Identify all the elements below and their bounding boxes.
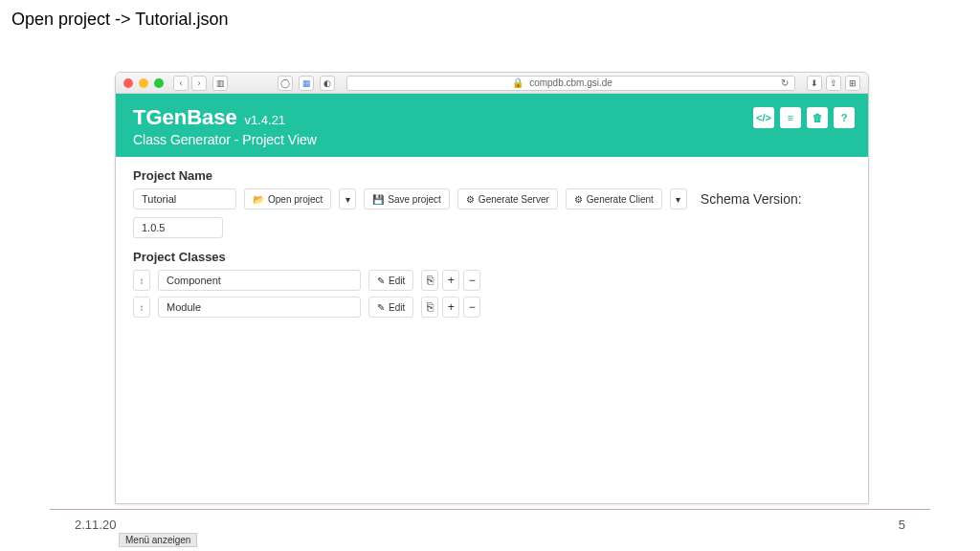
close-icon[interactable] [123, 78, 133, 88]
class-name-input[interactable]: Module [158, 297, 361, 318]
privacy-icon[interactable]: ▦ [299, 76, 314, 91]
app-content: Project Name Tutorial 📂Open project ▾ 💾S… [116, 157, 868, 335]
list-view-button[interactable]: ≡ [780, 107, 801, 128]
browser-window: ‹ › ▥ ◯ ▦ ◐ 🔒 compdb.cbm.gsi.de ↻ ⬇ ⇪ ⊞ … [115, 72, 869, 504]
project-name-input[interactable]: Tutorial [133, 188, 236, 209]
project-name-label: Project Name [133, 168, 851, 183]
footer-divider [50, 509, 930, 510]
app-title: TGenBase [133, 105, 237, 130]
reload-icon[interactable]: ↻ [781, 77, 789, 88]
open-project-dropdown[interactable]: ▾ [339, 188, 356, 209]
schema-version-input[interactable]: 1.0.5 [133, 217, 223, 238]
copy-class-button[interactable]: ⎘ [421, 270, 438, 291]
generate-client-dropdown[interactable]: ▾ [670, 188, 687, 209]
open-project-button[interactable]: 📂Open project [244, 188, 331, 209]
code-view-button[interactable]: </> [753, 107, 774, 128]
remove-class-button[interactable]: − [463, 270, 480, 291]
menu-show-button[interactable]: Menü anzeigen [119, 533, 197, 547]
url-text: compdb.cbm.gsi.de [529, 77, 612, 88]
drag-handle-icon[interactable]: ↕ [133, 297, 150, 318]
class-name-input[interactable]: Component [158, 270, 361, 291]
generate-client-button[interactable]: ⚙Generate Client [566, 188, 662, 209]
pencil-icon: ✎ [377, 302, 385, 313]
app-version: v1.4.21 [244, 113, 285, 127]
download-icon[interactable]: ⬇ [807, 76, 822, 91]
class-row: ↕ Component ✎Edit ⎘ + − [133, 270, 851, 291]
schema-version-label: Schema Version: [701, 191, 802, 207]
share-icon[interactable]: ⇪ [826, 76, 841, 91]
browser-titlebar: ‹ › ▥ ◯ ▦ ◐ 🔒 compdb.cbm.gsi.de ↻ ⬇ ⇪ ⊞ [116, 73, 868, 94]
copy-class-button[interactable]: ⎘ [421, 297, 438, 318]
edit-class-button[interactable]: ✎Edit [368, 270, 413, 291]
app-subtitle: Class Generator - Project View [133, 132, 851, 147]
forward-button[interactable]: › [191, 76, 207, 91]
sidebar-toggle-button[interactable]: ▥ [212, 76, 228, 91]
cog-icon: ⚙ [574, 194, 583, 205]
folder-icon: 📂 [253, 194, 264, 205]
pencil-icon: ✎ [377, 276, 385, 286]
remove-class-button[interactable]: − [463, 297, 480, 318]
shield-icon[interactable]: ◯ [278, 76, 293, 91]
reader-icon[interactable]: ◐ [320, 76, 335, 91]
address-bar[interactable]: 🔒 compdb.cbm.gsi.de ↻ [346, 76, 795, 91]
lock-icon: 🔒 [512, 77, 523, 88]
app-header: TGenBase v1.4.21 Class Generator - Proje… [116, 94, 868, 157]
slide-title: Open project -> Tutorial.json [11, 10, 229, 30]
minimize-icon[interactable] [139, 78, 148, 88]
back-button[interactable]: ‹ [173, 76, 189, 91]
drag-handle-icon[interactable]: ↕ [133, 270, 150, 291]
add-class-button[interactable]: + [442, 270, 459, 291]
project-classes-label: Project Classes [133, 250, 851, 264]
edit-class-button[interactable]: ✎Edit [368, 297, 413, 318]
tabs-icon[interactable]: ⊞ [845, 76, 860, 91]
cogs-icon: ⚙ [466, 194, 475, 205]
maximize-icon[interactable] [154, 78, 164, 88]
save-icon: 💾 [372, 194, 384, 205]
save-project-button[interactable]: 💾Save project [364, 188, 450, 209]
class-row: ↕ Module ✎Edit ⎘ + − [133, 297, 851, 318]
generate-server-button[interactable]: ⚙Generate Server [457, 188, 558, 209]
footer-page-number: 5 [899, 518, 905, 532]
add-class-button[interactable]: + [442, 297, 459, 318]
help-button[interactable]: ? [834, 107, 855, 128]
footer-date: 2.11.20 [75, 518, 116, 532]
delete-button[interactable]: 🗑 [807, 107, 828, 128]
